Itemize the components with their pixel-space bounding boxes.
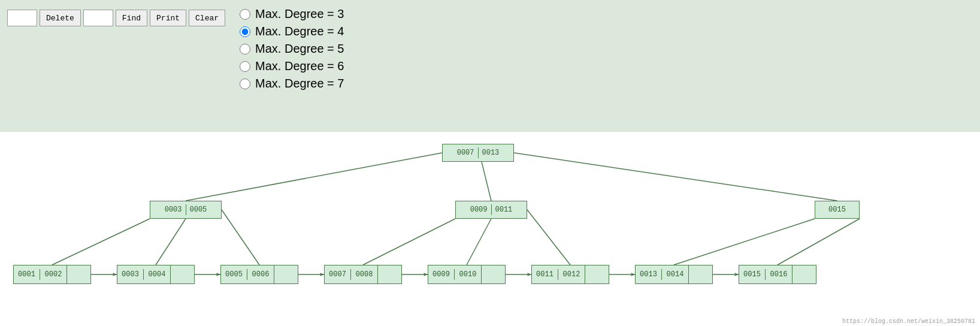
radio-label-3: Max. Degree = 3	[255, 7, 344, 21]
leaf-cell: 0014	[662, 269, 688, 280]
leaf-pointer-cell	[481, 265, 492, 283]
node-cell: 0005	[186, 204, 211, 215]
leaf-node: 00070008	[324, 265, 402, 284]
tree-node: 00070013	[442, 144, 514, 162]
svg-line-4	[156, 219, 186, 265]
node-cell: 0003	[161, 204, 186, 215]
leaf-cell: 0016	[766, 269, 792, 280]
svg-line-0	[186, 153, 442, 201]
leaf-pointer-cell	[66, 265, 77, 283]
svg-line-8	[527, 210, 570, 265]
insert-input[interactable]	[7, 10, 37, 26]
svg-line-7	[467, 219, 491, 265]
leaf-pointer-cell	[688, 265, 699, 283]
node-cell: 0011	[492, 204, 516, 215]
leaf-cell: 0008	[351, 269, 377, 280]
radio-degree-4[interactable]	[240, 26, 250, 37]
leaf-cell: 0009	[428, 269, 455, 280]
leaf-cell: 0002	[40, 269, 66, 280]
radio-label-7: Max. Degree = 7	[255, 77, 344, 90]
radio-label-6: Max. Degree = 6	[255, 59, 344, 73]
svg-line-10	[778, 219, 860, 265]
leaf-cell: 0005	[221, 269, 247, 280]
leaf-node: 00090010	[428, 265, 506, 284]
leaf-cell: 0003	[117, 269, 144, 280]
node-cell: 0009	[467, 204, 492, 215]
svg-line-2	[514, 153, 837, 201]
node-cell: 0007	[453, 147, 479, 158]
node-cell: 0015	[825, 204, 849, 215]
clear-button[interactable]: Clear	[189, 10, 225, 26]
svg-line-3	[52, 219, 150, 265]
leaf-pointer-cell	[170, 265, 181, 283]
tree-node: 00030005	[150, 201, 222, 219]
leaf-node: 00030004	[117, 265, 195, 284]
radio-label-5: Max. Degree = 5	[255, 42, 344, 56]
tree-node: 0015	[815, 201, 860, 219]
leaf-node: 00050006	[220, 265, 298, 284]
svg-line-5	[222, 210, 259, 265]
delete-button[interactable]: Delete	[40, 10, 81, 26]
toolbar-controls: Delete Find Print Clear	[7, 5, 225, 26]
toolbar: Delete Find Print Clear Max. Degree = 3 …	[0, 0, 980, 132]
leaf-cell: 0011	[532, 269, 558, 280]
radio-item-4[interactable]: Max. Degree = 4	[240, 25, 344, 38]
radio-item-7[interactable]: Max. Degree = 7	[240, 77, 344, 90]
leaf-cell: 0010	[455, 269, 481, 280]
radio-item-3[interactable]: Max. Degree = 3	[240, 7, 344, 21]
radio-item-6[interactable]: Max. Degree = 6	[240, 59, 344, 73]
leaf-node: 00150016	[739, 265, 816, 284]
svg-line-1	[482, 162, 491, 201]
leaf-cell: 0015	[739, 269, 766, 280]
radio-degree-3[interactable]	[240, 9, 250, 20]
tree-node: 00090011	[455, 201, 527, 219]
radio-label-4: Max. Degree = 4	[255, 25, 344, 38]
leaf-cell: 0004	[144, 269, 170, 280]
leaf-node: 00130014	[635, 265, 713, 284]
leaf-node: 00010002	[13, 265, 91, 284]
svg-line-9	[674, 219, 815, 265]
node-cell: 0013	[479, 147, 503, 158]
watermark: https://blog.csdn.net/weixin_38250781	[842, 318, 975, 325]
radio-degree-7[interactable]	[240, 79, 250, 89]
radio-item-5[interactable]: Max. Degree = 5	[240, 42, 344, 56]
print-button[interactable]: Print	[150, 10, 186, 26]
leaf-cell: 0006	[247, 269, 274, 280]
leaf-pointer-cell	[585, 265, 595, 283]
leaf-pointer-cell	[792, 265, 803, 283]
find-button[interactable]: Find	[116, 10, 147, 26]
tree-area: https://blog.csdn.net/weixin_38250781 00…	[0, 132, 980, 326]
leaf-node: 00110012	[531, 265, 609, 284]
leaf-cell: 0012	[558, 269, 585, 280]
radio-degree-5[interactable]	[240, 44, 250, 55]
find-input[interactable]	[83, 10, 113, 26]
leaf-cell: 0007	[325, 269, 351, 280]
leaf-pointer-cell	[377, 265, 388, 283]
radio-group: Max. Degree = 3 Max. Degree = 4 Max. Deg…	[240, 5, 344, 90]
radio-degree-6[interactable]	[240, 61, 250, 72]
leaf-cell: 0013	[636, 269, 662, 280]
leaf-pointer-cell	[274, 265, 285, 283]
svg-line-6	[363, 219, 455, 265]
leaf-cell: 0001	[14, 269, 40, 280]
